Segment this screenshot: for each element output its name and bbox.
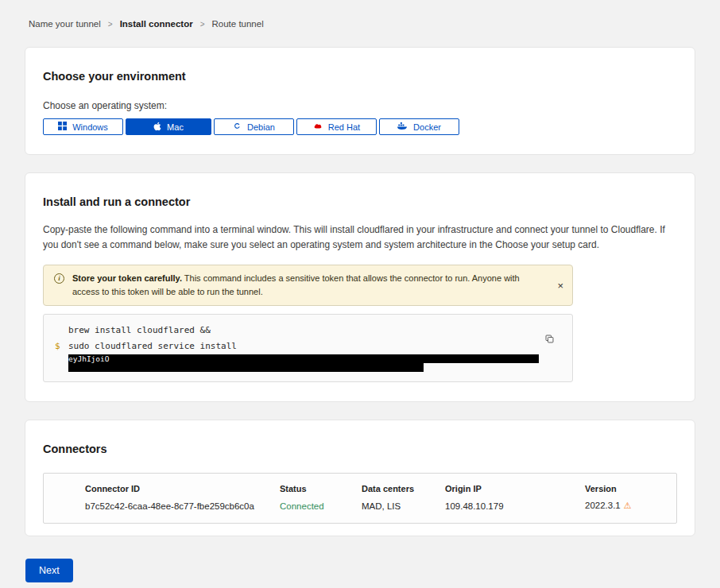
connectors-card-title: Connectors xyxy=(43,420,677,455)
os-button-windows[interactable]: Windows xyxy=(43,118,123,135)
os-button-label: Red Hat xyxy=(328,122,360,132)
windows-icon xyxy=(58,122,67,132)
os-select-label: Choose an operating system: xyxy=(43,100,677,111)
breadcrumb-step-route-tunnel[interactable]: Route tunnel xyxy=(212,19,264,29)
os-button-debian[interactable]: Debian xyxy=(214,118,294,135)
breadcrumb-step-install-connector: Install connector xyxy=(120,19,193,29)
token-warning-banner: i Store your token carefully. This comma… xyxy=(43,265,573,306)
next-button[interactable]: Next xyxy=(25,559,73,582)
prompt-spacer xyxy=(55,323,68,338)
col-status: Status xyxy=(280,484,362,493)
os-button-label: Windows xyxy=(72,122,108,132)
os-button-redhat[interactable]: Red Hat xyxy=(296,118,377,135)
col-connector-id: Connector ID xyxy=(85,484,280,493)
version-value: 2022.3.1⚠ xyxy=(585,501,676,511)
apple-icon xyxy=(153,122,161,133)
shell-prompt: $ xyxy=(55,338,68,354)
environment-card-title: Choose your environment xyxy=(43,48,677,83)
redacted-token-line-2 xyxy=(68,363,424,372)
col-origin-ip: Origin IP xyxy=(445,484,585,493)
redhat-icon xyxy=(313,122,323,132)
breadcrumb-separator: > xyxy=(200,20,205,29)
os-button-mac[interactable]: Mac xyxy=(126,118,211,135)
connector-id-value: b7c52c42-6caa-48ee-8c77-fbe259cb6c0a xyxy=(85,501,280,511)
token-warning-bold: Store your token carefully. xyxy=(72,273,182,283)
code-line-2: $ sudo cloudflared service install xyxy=(55,338,561,354)
debian-icon xyxy=(233,122,242,132)
info-icon: i xyxy=(54,273,64,284)
os-button-docker[interactable]: Docker xyxy=(379,118,459,135)
docker-icon xyxy=(397,122,408,132)
warning-triangle-icon[interactable]: ⚠ xyxy=(624,501,632,510)
code-line-2-text: sudo cloudflared service install xyxy=(68,338,237,354)
os-button-group: Windows Mac Debian Red Hat Docker xyxy=(43,118,677,135)
os-button-label: Debian xyxy=(247,122,275,132)
connectors-table-header: Connector ID Status Data centers Origin … xyxy=(44,474,676,493)
status-badge: Connected xyxy=(280,501,362,511)
code-line-1: brew install cloudflared && xyxy=(55,323,561,338)
os-button-label: Docker xyxy=(413,122,441,132)
col-version: Version xyxy=(585,484,676,493)
redacted-token-line-1: eyJhIjoiO xyxy=(68,354,539,363)
breadcrumb: Name your tunnel > Install connector > R… xyxy=(0,0,720,47)
environment-card: Choose your environment Choose an operat… xyxy=(25,47,695,155)
os-button-label: Mac xyxy=(167,122,184,132)
breadcrumb-step-name-your-tunnel[interactable]: Name your tunnel xyxy=(29,19,101,29)
code-line-1-text: brew install cloudflared && xyxy=(68,323,211,338)
table-row: b7c52c42-6caa-48ee-8c77-fbe259cb6c0a Con… xyxy=(44,493,676,523)
connectors-card: Connectors Connector ID Status Data cent… xyxy=(25,420,695,536)
data-centers-value: MAD, LIS xyxy=(362,501,445,511)
origin-ip-value: 109.48.10.179 xyxy=(445,501,585,511)
install-connector-card: Install and run a connector Copy-paste t… xyxy=(25,172,695,402)
install-command-codeblock: brew install cloudflared && $ sudo cloud… xyxy=(43,314,573,382)
install-description: Copy-paste the following command into a … xyxy=(43,222,677,253)
copy-icon[interactable] xyxy=(544,334,555,346)
install-card-title: Install and run a connector xyxy=(43,173,677,208)
connectors-table: Connector ID Status Data centers Origin … xyxy=(43,473,677,524)
col-data-centers: Data centers xyxy=(362,484,445,493)
breadcrumb-separator: > xyxy=(108,20,113,29)
version-number: 2022.3.1 xyxy=(585,501,621,510)
close-icon[interactable]: × xyxy=(557,280,563,291)
token-warning-text: Store your token carefully. This command… xyxy=(72,272,532,299)
